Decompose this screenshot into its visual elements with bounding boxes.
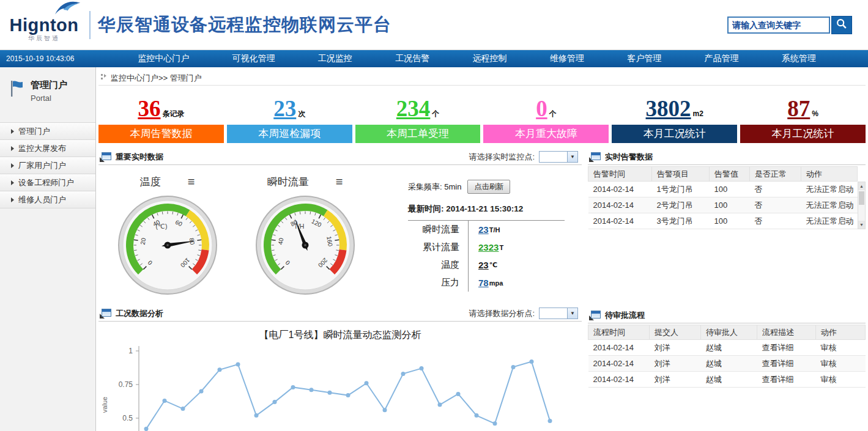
alarm-scrollbar[interactable]: ▲ ▼ [858,182,866,229]
table-cell: 赵城 [701,356,757,372]
analysis-section-header: 工况数据分析 请选择数据分析点: ▼ [98,306,582,322]
stat-label-band[interactable]: 本月工况统计 [612,125,737,143]
alarm-section-header: 实时告警数据 [588,149,866,165]
table-cell: 刘洋 [650,356,701,372]
table-cell: 刘洋 [650,372,701,388]
panel-icon [100,309,111,319]
portal-title: 管理门户 [31,79,67,91]
stat-card-0: 36条记录本周告警数据 [98,93,224,143]
action-cell[interactable]: 查看详细 [757,356,816,372]
nav-item-0[interactable]: 监控中心门户 [138,53,189,64]
table-cell: 100 [710,182,750,197]
gauge-menu-icon[interactable]: ≡ [336,177,343,186]
action-cell[interactable]: 审核 [816,340,866,356]
header-divider [89,11,91,39]
alarm-table-wrap: 告警时间告警项目告警值是否正常动作2014-02-141号龙门吊100否无法正常… [588,166,866,229]
flow-gauge: 04080120160200T/H [253,193,357,297]
table-cell: 100 [710,197,750,213]
nav-item-7[interactable]: 产品管理 [704,53,738,64]
stats-row: 36条记录本周告警数据23次本周巡检漏项234个本周工单受理0个本月重大故障38… [98,93,866,143]
nav-item-5[interactable]: 维修管理 [550,53,584,64]
sidebar-item-3[interactable]: 设备工程师门户 [0,174,95,191]
table-row: 2014-02-14刘洋赵城查看详细审核 [588,356,866,372]
stat-value[interactable]: 0 [536,95,547,122]
table-row: 2014-02-142号龙门吊100否无法正常启动 [588,197,858,213]
svg-text:value: value [101,397,108,413]
page-body: 管理门户 Portal 管理门户监控大屏发布厂家用户门户设备工程师门户维修人员门… [0,67,868,431]
stat-card-5: 87%本月工况统计 [740,93,866,143]
svg-text:40: 40 [276,237,284,245]
flow-line-chart: 0.50.751value [98,344,563,431]
action-cell[interactable]: 审核 [816,372,866,388]
analysis-point-select[interactable]: ▼ [539,308,578,319]
nav-item-6[interactable]: 客户管理 [627,53,661,64]
table-cell: 100 [710,213,750,229]
stat-value[interactable]: 3802 [646,95,691,122]
stat-value[interactable]: 23 [273,95,296,122]
stat-card-4: 3802m2本月工况统计 [612,93,737,143]
panel-icon [589,311,601,320]
stat-label-band[interactable]: 本周工单受理 [355,125,481,143]
table-cell: 2014-02-14 [588,340,650,356]
stat-label-band[interactable]: 本月重大故障 [483,125,609,143]
sidebar-item-2[interactable]: 厂家用户门户 [0,157,95,174]
nav-item-1[interactable]: 可视化管理 [232,53,275,64]
portal-subtitle: Portal [31,94,67,103]
table-cell: 否 [750,182,801,197]
arrow-icon [11,129,14,134]
arrow-icon [11,146,14,151]
svg-text:1: 1 [128,347,133,355]
stat-label-band[interactable]: 本月工况统计 [740,125,866,143]
column-header: 动作 [801,167,858,182]
approval-section-header: 待审批流程 [588,308,866,323]
nav-item-8[interactable]: 系统管理 [782,53,816,64]
nav-item-2[interactable]: 工况监控 [318,53,352,64]
scrollbar-thumb[interactable] [859,191,864,205]
column-header: 提交人 [650,325,701,340]
app-logo: Hignton 华辰智通 [5,7,83,43]
breadcrumb-text: 监控中心门户>> 管理门户 [111,73,202,84]
panel-icon [100,152,111,162]
svg-text:0.5: 0.5 [122,414,133,422]
action-cell[interactable]: 查看详细 [757,340,816,356]
nav-item-4[interactable]: 远程控制 [472,53,506,64]
table-cell: 刘洋 [650,340,701,356]
analysis-select-label: 请选择数据分析点: [469,308,535,319]
search-icon [836,18,848,32]
stat-label-band[interactable]: 本周告警数据 [98,125,224,143]
table-row: 2014-02-143号龙门吊100否无法正常启动 [588,213,858,229]
realtime-point-select[interactable]: ▼ [539,151,578,163]
action-cell[interactable]: 查看详细 [757,372,816,388]
search-input[interactable] [727,17,830,34]
search-button[interactable] [831,16,852,34]
reading-value: 23℃ [468,256,497,274]
gauge-area: 温度 ≡ 020406080100(℃) 瞬时流量 ≡ 040801201602… [98,165,582,306]
sidebar-item-1[interactable]: 监控大屏发布 [0,140,95,157]
table-cell: 赵城 [701,340,757,356]
stat-value[interactable]: 36 [138,95,160,122]
svg-text:20: 20 [139,237,147,245]
flow-gauge-block: 瞬时流量 ≡ 04080120160200T/H [236,170,374,306]
left-column: 重要实时数据 请选择实时监控点: ▼ 温度 ≡ 020406080100(℃) [98,149,582,431]
table-row: 2014-02-14刘洋赵城查看详细审核 [588,340,866,356]
action-cell[interactable]: 审核 [816,356,866,372]
scroll-down-icon[interactable]: ▼ [858,221,865,229]
sidebar-item-4[interactable]: 维修人员门户 [0,191,95,208]
stat-value[interactable]: 87 [787,95,810,122]
collect-frequency-label: 采集频率: 5min [408,182,461,193]
column-header: 告警项目 [652,167,710,182]
gauge-menu-icon[interactable]: ≡ [188,177,195,186]
table-cell: 2014-02-14 [588,372,650,388]
refresh-button[interactable]: 点击刷新 [467,180,510,194]
scroll-up-icon[interactable]: ▲ [858,182,865,190]
chart-title: 【电厂1号线】瞬时流量动态监测分析 [98,329,582,344]
stat-unit: m2 [693,109,703,118]
sidebar: 管理门户 Portal 管理门户监控大屏发布厂家用户门户设备工程师门户维修人员门… [0,67,96,431]
sidebar-item-label: 厂家用户门户 [18,157,66,174]
panel-icon [589,152,601,162]
reading-label: 压力 [408,277,468,289]
stat-label-band[interactable]: 本周巡检漏项 [227,125,352,143]
stat-value[interactable]: 234 [396,95,431,122]
sidebar-item-0[interactable]: 管理门户 [0,123,95,140]
nav-item-3[interactable]: 工况告警 [395,53,429,64]
